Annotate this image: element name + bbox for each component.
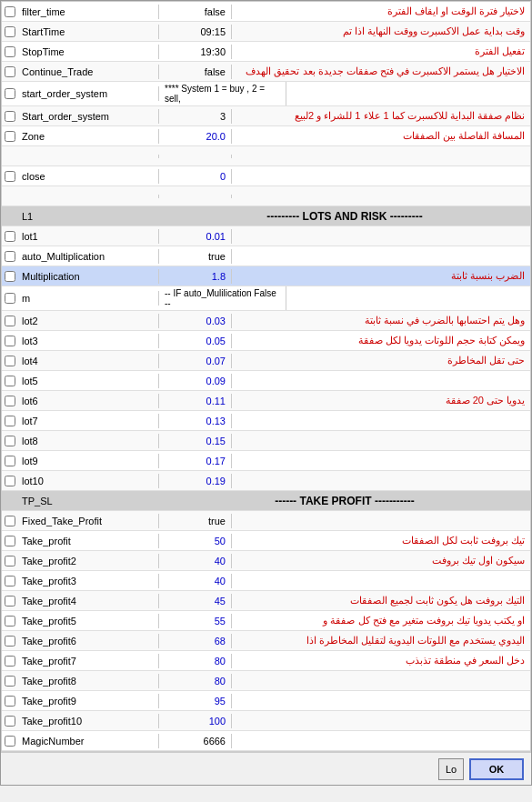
param-name: auto_Multiplication xyxy=(18,249,159,264)
param-value: 55 xyxy=(159,614,232,628)
section-label: ------ TAKE PROFIT ----------- xyxy=(159,493,530,509)
row-checkbox[interactable] xyxy=(5,696,15,707)
row-checkbox[interactable] xyxy=(5,536,15,546)
table-row: Fixed_Take_Profittrue xyxy=(2,511,530,531)
ok-button[interactable]: OK xyxy=(469,758,524,780)
row-checkbox[interactable] xyxy=(5,131,15,142)
param-value: 0.05 xyxy=(159,334,232,348)
param-comment: ويمكن كتابة حجم اللوتات يدويا لكل صفقة xyxy=(232,333,530,348)
param-comment xyxy=(232,719,530,723)
param-name: close xyxy=(18,169,159,184)
row-checkbox[interactable] xyxy=(5,231,15,242)
param-comment: الاختيار هل يستمر الاكسبرت في فتح صفقات … xyxy=(232,64,530,79)
param-value: 0.07 xyxy=(159,354,232,368)
section-name: L1 xyxy=(18,209,159,224)
param-comment: تفعيل الفترة xyxy=(232,44,530,59)
row-checkbox-col xyxy=(2,251,18,262)
param-name: StartTime xyxy=(18,25,159,39)
param-comment: اليدوي يستخدم مع اللوتات اليدوية لتقليل … xyxy=(232,633,530,648)
row-checkbox[interactable] xyxy=(5,416,15,426)
row-checkbox-col xyxy=(2,396,18,406)
table-row: StartTime09:15وقت بداية عمل الاكسبرت ووق… xyxy=(2,22,530,42)
table-row: Take_profit668اليدوي يستخدم مع اللوتات ا… xyxy=(2,631,530,651)
row-checkbox[interactable] xyxy=(5,336,15,346)
param-value: **** System 1 = buy , 2 = sell, xyxy=(159,82,286,105)
row-checkbox[interactable] xyxy=(5,456,15,466)
row-checkbox-col xyxy=(2,416,18,426)
param-comment xyxy=(232,235,530,238)
row-checkbox-col xyxy=(2,26,18,37)
row-checkbox[interactable] xyxy=(5,271,15,282)
row-checkbox[interactable] xyxy=(5,88,15,99)
table-row: start_order_system**** System 1 = buy , … xyxy=(2,82,530,106)
param-name: lot9 xyxy=(18,454,159,468)
param-name: lot1 xyxy=(18,229,159,244)
param-value: 0.13 xyxy=(159,414,232,428)
param-name: lot10 xyxy=(18,474,159,488)
param-comment: الضرب بنسبة ثابتة xyxy=(232,268,530,284)
param-name: lot8 xyxy=(18,434,159,448)
param-value: 0 xyxy=(159,169,232,184)
row-checkbox[interactable] xyxy=(5,251,15,262)
param-value: 0.15 xyxy=(159,434,232,448)
row-checkbox[interactable] xyxy=(5,26,15,37)
row-checkbox-col xyxy=(2,316,18,326)
table-row: Multiplication1.8الضرب بنسبة ثابتة xyxy=(2,266,530,286)
row-checkbox[interactable] xyxy=(5,376,15,386)
section-label: --------- LOTS AND RISK --------- xyxy=(159,208,530,225)
param-value: 19:30 xyxy=(159,45,232,59)
param-comment xyxy=(232,379,530,383)
row-checkbox[interactable] xyxy=(5,576,15,586)
row-checkbox[interactable] xyxy=(5,716,15,727)
param-value: 100 xyxy=(159,714,232,728)
table-row: lot30.05ويمكن كتابة حجم اللوتات يدويا لك… xyxy=(2,331,530,351)
row-checkbox[interactable] xyxy=(5,596,15,607)
param-comment: وقت بداية عمل الاكسبرت ووقت النهاية اذا … xyxy=(232,24,530,39)
param-comment: حتى تقل المخاطرة xyxy=(232,353,530,368)
param-comment xyxy=(232,255,530,258)
row-checkbox[interactable] xyxy=(5,293,15,304)
row-checkbox-col xyxy=(2,716,18,727)
row-checkbox[interactable] xyxy=(5,66,15,77)
row-checkbox[interactable] xyxy=(5,656,15,667)
row-checkbox[interactable] xyxy=(5,171,15,182)
row-checkbox[interactable] xyxy=(5,316,15,326)
param-name: lot2 xyxy=(18,314,159,328)
param-name: Take_profit4 xyxy=(18,594,159,608)
row-checkbox[interactable] xyxy=(5,396,15,406)
row-checkbox[interactable] xyxy=(5,436,15,446)
param-comment: نظام صفقة البداية للاكسبرت كما 1 علاء 1 … xyxy=(232,108,530,124)
row-checkbox[interactable] xyxy=(5,676,15,687)
row-checkbox-col xyxy=(2,456,18,466)
row-checkbox[interactable] xyxy=(5,46,15,57)
row-checkbox[interactable] xyxy=(5,6,15,17)
table-row: lot50.09 xyxy=(2,371,530,391)
param-comment xyxy=(232,699,530,703)
param-name: Take_profit2 xyxy=(18,554,159,568)
table-row: Take_profit10100 xyxy=(2,711,530,731)
row-checkbox-col xyxy=(2,636,18,647)
parameters-table: filter_timefalseلاختيار فترة الوقت او اي… xyxy=(1,1,531,752)
row-checkbox[interactable] xyxy=(5,356,15,366)
row-checkbox-col xyxy=(2,231,18,242)
param-comment xyxy=(232,579,530,583)
row-checkbox[interactable] xyxy=(5,476,15,486)
param-name: lot6 xyxy=(18,394,159,408)
row-checkbox[interactable] xyxy=(5,111,15,122)
table-row: lot40.07حتى تقل المخاطرة xyxy=(2,351,530,371)
lo-button[interactable]: Lo xyxy=(438,758,464,780)
row-checkbox[interactable] xyxy=(5,516,15,526)
param-comment xyxy=(232,195,530,198)
row-checkbox[interactable] xyxy=(5,636,15,647)
param-value: false xyxy=(159,65,232,79)
row-checkbox[interactable] xyxy=(5,556,15,566)
row-checkbox[interactable] xyxy=(5,736,15,747)
param-comment xyxy=(232,439,530,443)
param-comment: تيك بروفت ثابت لكل الصفقات xyxy=(232,533,530,548)
param-name: Take_profit8 xyxy=(18,674,159,688)
param-comment: لاختيار فترة الوقت او ايقاف الفترة xyxy=(232,4,530,19)
row-checkbox-col xyxy=(2,6,18,17)
param-value: 0.03 xyxy=(159,314,232,328)
row-checkbox[interactable] xyxy=(5,616,15,627)
param-value: 80 xyxy=(159,674,232,688)
